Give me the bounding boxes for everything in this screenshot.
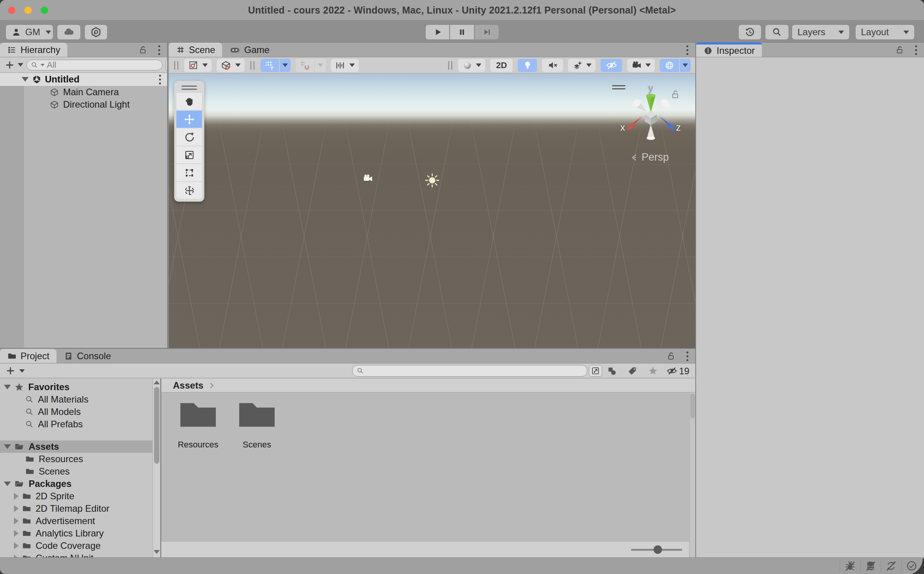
tree-item-favorite[interactable]: All Materials [0,393,152,406]
account-dropdown[interactable]: GM [5,24,53,40]
tree-item-package[interactable]: Analytics Library [0,527,152,540]
tree-scrollbar[interactable] [152,379,160,557]
play-button[interactable] [425,24,450,40]
lock-icon[interactable] [895,45,904,55]
tree-item-favorite[interactable]: All Prefabs [0,418,152,430]
lock-icon[interactable] [666,351,676,361]
hidden-objects-toggle[interactable] [601,59,622,72]
collapse-triangle-icon[interactable] [22,77,29,82]
expand-triangle-icon[interactable] [14,530,19,537]
rotate-tool[interactable] [176,129,202,146]
hierarchy-search[interactable] [26,60,163,70]
filter-by-label-icon[interactable] [627,366,638,376]
thumbnail-zoom-slider[interactable] [631,545,682,554]
project-search-input[interactable] [366,366,583,376]
hierarchy-search-input[interactable] [47,60,158,70]
tool-handle-rotation-dropdown[interactable] [217,59,245,72]
favorites-star-icon[interactable] [648,366,658,376]
chevron-down-icon[interactable] [19,369,25,373]
gizmos-dropdown[interactable] [680,59,691,72]
tab-project[interactable]: Project [0,349,56,363]
rect-tool[interactable] [176,164,202,181]
toolbar-drag-handle[interactable] [173,61,179,70]
auto-refresh-disabled-button[interactable] [881,560,901,572]
scrollbar-thumb[interactable] [690,394,695,418]
snap-increment-dropdown[interactable] [315,59,326,72]
move-tool[interactable] [176,111,202,128]
chevron-down-icon[interactable] [18,63,23,67]
panel-menu-icon[interactable] [157,44,162,57]
tree-item-folder[interactable]: Scenes [0,465,152,478]
project-search[interactable] [352,365,587,377]
minimize-window-button[interactable] [24,7,32,14]
pause-button[interactable] [450,24,474,40]
tab-hierarchy[interactable]: Hierarchy [0,43,67,57]
filter-by-type-icon[interactable] [607,366,617,376]
tree-item-package[interactable]: Code Coverage [0,540,152,552]
panel-menu-icon[interactable] [685,44,690,57]
tree-section-packages[interactable]: Packages [0,478,152,490]
tree-item-favorite[interactable]: All Models [0,406,152,418]
create-add-icon[interactable] [5,366,15,376]
undo-history-button[interactable] [738,24,761,40]
camera-settings-dropdown[interactable] [627,59,655,72]
overlay-drag-handle[interactable] [181,86,197,90]
scrollbar-thumb[interactable] [154,387,159,464]
tree-item-package[interactable]: 2D Sprite [0,490,152,502]
layout-dropdown[interactable]: Layout [855,24,915,40]
collapse-triangle-icon[interactable] [4,385,11,389]
tree-section-assets[interactable]: Assets [0,440,152,453]
panel-menu-icon[interactable] [914,44,919,57]
search-button[interactable] [765,24,789,40]
grid-snapping-dropdown[interactable] [280,59,291,72]
tree-item-package[interactable]: Custom NUnit [0,552,152,557]
collapse-triangle-icon[interactable] [4,481,11,486]
toolbar-drag-handle[interactable] [447,61,453,70]
plastic-scm-button[interactable] [84,24,108,40]
slider-thumb[interactable] [654,545,662,554]
tree-item-package[interactable]: 2D Tilemap Editor [0,502,152,515]
zoom-window-button[interactable] [41,7,48,14]
tab-console[interactable]: Console [56,349,118,363]
2d-view-toggle[interactable]: 2D [490,59,513,72]
expand-triangle-icon[interactable] [14,555,19,557]
grid-snapping-toggle[interactable] [260,59,279,72]
expand-triangle-icon[interactable] [14,505,19,512]
axis-x-label[interactable]: x [620,122,625,133]
projection-mode-button[interactable]: Persp [630,151,669,163]
search-picker-button[interactable] [166,59,168,71]
scene-menu-icon[interactable] [157,73,163,86]
search-picker-button[interactable] [589,365,602,377]
debugger-disabled-button[interactable] [840,560,860,572]
create-add-icon[interactable] [5,60,15,70]
lock-icon[interactable] [138,45,147,55]
transform-tool[interactable] [176,182,202,199]
scroll-down-icon[interactable] [154,550,160,554]
view-hand-tool[interactable] [176,93,202,110]
tree-item-package[interactable]: Advertisement [0,515,152,527]
collapse-triangle-icon[interactable] [4,444,11,449]
tool-handle-position-dropdown[interactable] [184,59,212,72]
tab-scene[interactable]: Scene [169,43,222,57]
scene-viewport[interactable]: y x z Persp [169,74,695,348]
tree-item-folder[interactable]: Resources [0,453,152,465]
hierarchy-item[interactable]: Directional Light [0,98,167,111]
effects-dropdown[interactable] [568,59,595,72]
tab-inspector[interactable]: Inspector [696,43,762,57]
shading-mode-dropdown[interactable] [458,59,485,72]
snap-increment-button[interactable] [296,59,314,72]
panel-menu-icon[interactable] [685,350,690,363]
step-button[interactable] [475,24,499,40]
scene-root-row[interactable]: Untitled [0,73,167,86]
tab-game[interactable]: Game [222,43,276,57]
cloud-services-button[interactable] [57,24,81,40]
cache-server-disabled-button[interactable] [861,560,881,572]
axis-y-label[interactable]: y [648,82,653,94]
audio-mute-toggle[interactable] [542,59,563,72]
camera-gizmo-icon[interactable] [362,173,374,184]
scale-tool[interactable] [176,146,202,163]
folder-tile[interactable]: Resources [174,399,222,450]
scroll-up-icon[interactable] [154,380,160,384]
axis-z-label[interactable]: z [676,122,681,133]
hidden-count[interactable]: 19 [666,365,690,377]
